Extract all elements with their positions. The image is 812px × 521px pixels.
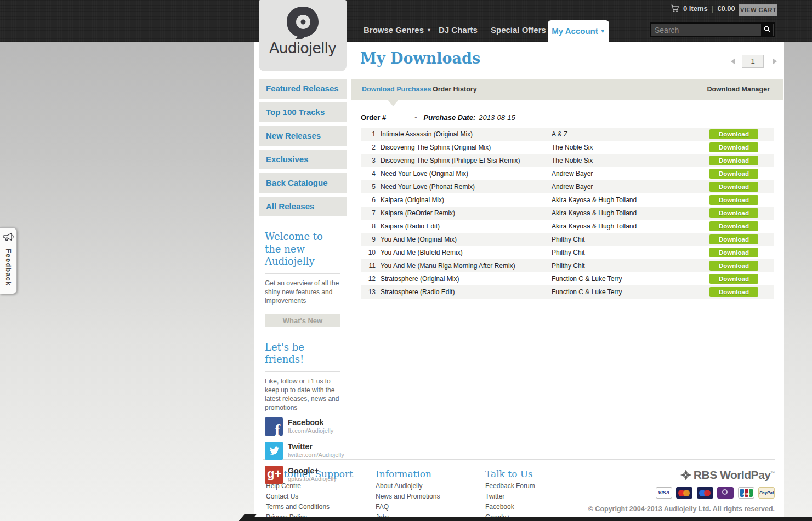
track-number: 5 <box>361 180 381 193</box>
track-number: 3 <box>361 154 381 167</box>
cart-count: 0 items <box>683 4 708 13</box>
sidebar-item-all-releases[interactable]: All Releases <box>259 197 347 216</box>
footer-link-terms[interactable]: Terms and Conditions <box>266 503 370 511</box>
feedback-tab[interactable]: Feedback <box>0 227 17 294</box>
social-url: fb.com/Audiojelly <box>288 427 340 434</box>
download-button[interactable]: Download <box>709 234 758 244</box>
nav-dj-charts[interactable]: DJ Charts <box>439 25 478 35</box>
track-title: Discovering The Sphinx (Philippe El Sisi… <box>381 154 520 167</box>
social-url: gplus.to/Audiojelly <box>288 476 340 482</box>
download-button[interactable]: Download <box>709 142 758 152</box>
order-header: Order #-Purchase Date:2013-08-15 <box>361 113 515 122</box>
footer-column-title: Talk to Us <box>485 468 589 479</box>
order-number-label: Order # <box>361 113 386 122</box>
sidebar: Featured Releases Top 100 Tracks New Rel… <box>259 79 347 484</box>
footer-link-facebook[interactable]: Facebook <box>485 503 589 511</box>
sidebar-item-back-catalogue[interactable]: Back Catalogue <box>259 173 347 193</box>
nav-special-offers-label: Special Offers <box>491 25 546 35</box>
sidebar-item-top-100-tracks[interactable]: Top 100 Tracks <box>259 102 347 122</box>
sidebar-item-featured-releases[interactable]: Featured Releases <box>259 79 347 99</box>
tab-download-purchases[interactable]: Download Purchases <box>362 79 431 100</box>
tab-order-history[interactable]: Order History <box>433 79 477 100</box>
track-artist: A & Z <box>552 128 567 141</box>
page-title: My Downloads <box>360 50 480 67</box>
paypal-card-icon: PayPal <box>758 487 775 499</box>
search-button[interactable] <box>761 24 773 36</box>
tab-download-manager[interactable]: Download Manager <box>707 79 770 100</box>
track-artist: Philthy Chit <box>552 259 585 272</box>
download-button[interactable]: Download <box>709 195 758 205</box>
track-title: Kaipara (Original Mix) <box>381 193 444 207</box>
download-button[interactable]: Download <box>709 156 758 165</box>
download-button[interactable]: Download <box>709 182 758 192</box>
nav-special-offers[interactable]: Special Offers <box>491 25 546 35</box>
solo-card-icon <box>717 487 734 499</box>
whats-new-button[interactable]: What's New <box>265 314 340 327</box>
footer-link-news[interactable]: News and Promotions <box>376 493 480 500</box>
download-button[interactable]: Download <box>709 248 758 257</box>
search-input[interactable] <box>655 24 753 36</box>
download-button[interactable]: Download <box>709 208 758 218</box>
sidebar-item-exclusives[interactable]: Exclusives <box>259 150 347 169</box>
friends-section: Let's be friends! Like, follow or +1 us … <box>259 341 347 484</box>
track-number: 7 <box>361 207 381 220</box>
track-artist: Function C & Luke Terry <box>552 285 622 299</box>
track-number: 8 <box>361 220 381 233</box>
pagination-page-input[interactable]: 1 <box>742 55 764 68</box>
track-artist: The Noble Six <box>552 154 593 167</box>
track-number: 13 <box>361 285 381 299</box>
nav-browse-genres[interactable]: Browse Genres▼ <box>364 25 431 35</box>
download-button[interactable]: Download <box>709 129 758 139</box>
cart-icon <box>670 4 680 13</box>
footer-link-about[interactable]: About Audiojelly <box>376 482 480 490</box>
nav-my-account[interactable]: My Account▼ <box>548 20 609 43</box>
divider <box>265 371 340 372</box>
footer-link-twitter[interactable]: Twitter <box>485 493 589 500</box>
view-cart-button[interactable]: VIEW CART <box>739 4 777 16</box>
track-number: 1 <box>361 128 381 141</box>
downloads-tabbar: Download Purchases Order History Downloa… <box>351 79 783 100</box>
download-button[interactable]: Download <box>709 274 758 284</box>
download-button[interactable]: Download <box>709 287 758 297</box>
track-number: 4 <box>361 167 381 180</box>
search-box <box>650 22 775 37</box>
footer-link-contact-us[interactable]: Contact Us <box>266 493 370 500</box>
table-row: 9You And Me (Original Mix)Philthy ChitDo… <box>361 233 774 246</box>
track-number: 12 <box>361 272 381 285</box>
track-title: Kaipara (ReOrder Remix) <box>381 207 455 220</box>
footer-column-title: Information <box>376 468 480 479</box>
social-link-twitter[interactable]: Twitter twitter.com/Audiojelly <box>265 442 340 460</box>
download-button[interactable]: Download <box>709 169 758 179</box>
sidebar-item-new-releases[interactable]: New Releases <box>259 126 347 146</box>
track-title: Discovering The Sphinx (Original Mix) <box>381 141 491 154</box>
footer-link-faq[interactable]: FAQ <box>376 503 480 511</box>
track-title: You And Me (Manu Riga Morning After Remi… <box>381 259 515 272</box>
pagination-next-icon[interactable] <box>773 58 777 65</box>
table-row: 10You And Me (Blufeld Remix)Philthy Chit… <box>361 246 774 259</box>
track-number: 2 <box>361 141 381 154</box>
chevron-down-icon: ▼ <box>600 28 605 34</box>
social-link-facebook[interactable]: f Facebook fb.com/Audiojelly <box>265 417 340 436</box>
track-artist: Function C & Luke Terry <box>552 272 622 285</box>
pagination-prev-icon[interactable] <box>731 58 735 65</box>
nav-browse-genres-label: Browse Genres <box>364 25 424 35</box>
friends-title: Let's be friends! <box>265 341 340 366</box>
rbs-worldpay-logo: RBS WorldPay™ <box>680 468 775 482</box>
search-icon <box>763 25 771 33</box>
track-title: You And Me (Original Mix) <box>381 233 457 246</box>
track-artist: Philthy Chit <box>552 246 585 259</box>
cart-summary[interactable]: 0 items|€0.00 <box>670 4 735 16</box>
divider <box>265 273 340 274</box>
track-title: Need Your Love (Original Mix) <box>381 167 468 180</box>
mastercard-card-icon <box>676 487 692 499</box>
page-bottom-edge <box>248 517 812 521</box>
audiojelly-logo[interactable]: Audiojelly <box>259 0 347 71</box>
track-artist: Akira Kayosa & Hugh Tolland <box>552 193 637 207</box>
table-row: 8Kaipara (Radio Edit)Akira Kayosa & Hugh… <box>361 220 774 233</box>
social-link-googleplus[interactable]: g+ Google+ gplus.to/Audiojelly <box>265 466 340 484</box>
download-button[interactable]: Download <box>709 261 758 271</box>
footer-link-feedback-forum[interactable]: Feedback Forum <box>485 482 589 490</box>
track-artist: Andrew Bayer <box>552 167 593 180</box>
download-button[interactable]: Download <box>709 221 758 231</box>
nav-dj-charts-label: DJ Charts <box>439 25 478 35</box>
